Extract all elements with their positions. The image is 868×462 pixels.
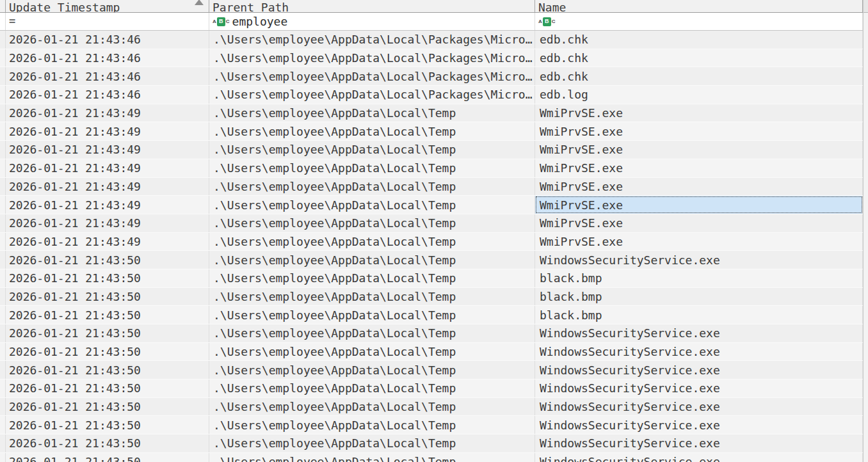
cell-update-timestamp[interactable]: 2026-01-21 21:43:49: [6, 233, 209, 251]
cell-name[interactable]: edb.chk: [535, 31, 863, 49]
cell-name[interactable]: WindowsSecurityService.exe: [535, 324, 863, 342]
table-row[interactable]: 2026-01-21 21:43:49 .\Users\employee\App…: [0, 122, 863, 141]
cell-update-timestamp[interactable]: 2026-01-21 21:43:50: [6, 453, 209, 462]
cell-update-timestamp[interactable]: 2026-01-21 21:43:50: [6, 361, 209, 379]
abc-text-filter-icon[interactable]: A B C: [538, 17, 556, 26]
cell-update-timestamp[interactable]: 2026-01-21 21:43:46: [6, 31, 209, 49]
cell-parent-path[interactable]: .\Users\employee\AppData\Local\Packages\…: [209, 67, 535, 85]
cell-name[interactable]: edb.chk: [535, 49, 863, 67]
column-header-parent-path[interactable]: Parent Path: [209, 0, 535, 12]
cell-parent-path[interactable]: .\Users\employee\AppData\Local\Temp: [209, 434, 535, 452]
cell-name[interactable]: WindowsSecurityService.exe: [535, 379, 863, 397]
cell-update-timestamp[interactable]: 2026-01-21 21:43:50: [6, 343, 209, 361]
table-row[interactable]: 2026-01-21 21:43:50 .\Users\employee\App…: [0, 306, 863, 324]
cell-name[interactable]: WmiPrvSE.exe: [535, 178, 863, 196]
cell-name[interactable]: WindowsSecurityService.exe: [535, 453, 863, 462]
cell-name[interactable]: black.bmp: [535, 269, 863, 287]
column-header-update-timestamp[interactable]: Update Timestamp: [6, 0, 209, 12]
cell-parent-path[interactable]: .\Users\employee\AppData\Local\Packages\…: [209, 31, 535, 49]
filter-cell-update-timestamp[interactable]: =: [6, 13, 209, 30]
cell-name[interactable]: black.bmp: [535, 306, 863, 324]
cell-name[interactable]: WindowsSecurityService.exe: [535, 416, 863, 434]
table-row[interactable]: 2026-01-21 21:43:49 .\Users\employee\App…: [0, 141, 863, 159]
cell-parent-path[interactable]: .\Users\employee\AppData\Local\Temp: [209, 122, 535, 140]
table-row[interactable]: 2026-01-21 21:43:50 .\Users\employee\App…: [0, 269, 863, 288]
cell-update-timestamp[interactable]: 2026-01-21 21:43:49: [6, 178, 209, 196]
table-row[interactable]: 2026-01-21 21:43:46 .\Users\employee\App…: [0, 31, 863, 49]
cell-update-timestamp[interactable]: 2026-01-21 21:43:50: [6, 398, 209, 416]
cell-parent-path[interactable]: .\Users\employee\AppData\Local\Temp: [209, 251, 535, 269]
cell-name[interactable]: WmiPrvSE.exe: [535, 233, 863, 251]
cell-parent-path[interactable]: .\Users\employee\AppData\Local\Packages\…: [209, 49, 535, 67]
table-row[interactable]: 2026-01-21 21:43:50 .\Users\employee\App…: [0, 343, 863, 362]
cell-parent-path[interactable]: .\Users\employee\AppData\Local\Temp: [209, 141, 535, 159]
cell-update-timestamp[interactable]: 2026-01-21 21:43:50: [6, 269, 209, 287]
abc-text-filter-icon[interactable]: A B C: [213, 17, 230, 26]
vertical-scrollbar-track[interactable]: [863, 0, 868, 462]
table-row[interactable]: 2026-01-21 21:43:50 .\Users\employee\App…: [0, 379, 863, 398]
cell-update-timestamp[interactable]: 2026-01-21 21:43:50: [6, 306, 209, 324]
equals-filter-operator-icon[interactable]: =: [9, 16, 15, 27]
cell-parent-path[interactable]: .\Users\employee\AppData\Local\Temp: [209, 159, 535, 177]
table-row[interactable]: 2026-01-21 21:43:50 .\Users\employee\App…: [0, 453, 863, 462]
filter-cell-parent-path[interactable]: A B C employee: [209, 13, 535, 30]
cell-parent-path[interactable]: .\Users\employee\AppData\Local\Temp: [209, 269, 535, 287]
cell-update-timestamp[interactable]: 2026-01-21 21:43:50: [6, 251, 209, 269]
cell-name[interactable]: WindowsSecurityService.exe: [535, 398, 863, 416]
table-row[interactable]: 2026-01-21 21:43:50 .\Users\employee\App…: [0, 251, 863, 269]
table-row[interactable]: 2026-01-21 21:43:50 .\Users\employee\App…: [0, 361, 863, 379]
cell-update-timestamp[interactable]: 2026-01-21 21:43:46: [6, 86, 209, 104]
cell-parent-path[interactable]: .\Users\employee\AppData\Local\Packages\…: [209, 86, 535, 104]
cell-parent-path[interactable]: .\Users\employee\AppData\Local\Temp: [209, 343, 535, 361]
table-row[interactable]: 2026-01-21 21:43:49 .\Users\employee\App…: [0, 178, 863, 196]
table-row[interactable]: 2026-01-21 21:43:50 .\Users\employee\App…: [0, 324, 863, 343]
cell-name[interactable]: WmiPrvSE.exe: [535, 196, 863, 214]
cell-name[interactable]: WindowsSecurityService.exe: [535, 434, 863, 452]
cell-update-timestamp[interactable]: 2026-01-21 21:43:50: [6, 379, 209, 397]
table-row[interactable]: 2026-01-21 21:43:49 .\Users\employee\App…: [0, 233, 863, 251]
cell-update-timestamp[interactable]: 2026-01-21 21:43:49: [6, 196, 209, 214]
table-row[interactable]: 2026-01-21 21:43:50 .\Users\employee\App…: [0, 416, 863, 434]
cell-update-timestamp[interactable]: 2026-01-21 21:43:46: [6, 67, 209, 85]
cell-update-timestamp[interactable]: 2026-01-21 21:43:49: [6, 104, 209, 122]
table-row[interactable]: 2026-01-21 21:43:46 .\Users\employee\App…: [0, 86, 863, 104]
table-row[interactable]: 2026-01-21 21:43:50 .\Users\employee\App…: [0, 434, 863, 453]
cell-name[interactable]: edb.chk: [535, 67, 863, 85]
cell-update-timestamp[interactable]: 2026-01-21 21:43:50: [6, 416, 209, 434]
table-row[interactable]: 2026-01-21 21:43:50 .\Users\employee\App…: [0, 398, 863, 417]
cell-parent-path[interactable]: .\Users\employee\AppData\Local\Temp: [209, 196, 535, 214]
column-header-name[interactable]: Name: [535, 0, 863, 12]
cell-name[interactable]: WmiPrvSE.exe: [535, 214, 863, 232]
cell-update-timestamp[interactable]: 2026-01-21 21:43:49: [6, 214, 209, 232]
cell-parent-path[interactable]: .\Users\employee\AppData\Local\Temp: [209, 288, 535, 306]
cell-name[interactable]: WindowsSecurityService.exe: [535, 343, 863, 361]
cell-parent-path[interactable]: .\Users\employee\AppData\Local\Temp: [209, 416, 535, 434]
cell-parent-path[interactable]: .\Users\employee\AppData\Local\Temp: [209, 214, 535, 232]
cell-name[interactable]: WmiPrvSE.exe: [535, 159, 863, 177]
cell-parent-path[interactable]: .\Users\employee\AppData\Local\Temp: [209, 306, 535, 324]
table-row[interactable]: 2026-01-21 21:43:50 .\Users\employee\App…: [0, 288, 863, 307]
parent-path-filter-value[interactable]: employee: [232, 15, 288, 28]
cell-name[interactable]: WindowsSecurityService.exe: [535, 251, 863, 269]
cell-update-timestamp[interactable]: 2026-01-21 21:43:49: [6, 122, 209, 140]
cell-parent-path[interactable]: .\Users\employee\AppData\Local\Temp: [209, 178, 535, 196]
cell-update-timestamp[interactable]: 2026-01-21 21:43:50: [6, 434, 209, 452]
cell-parent-path[interactable]: .\Users\employee\AppData\Local\Temp: [209, 104, 535, 122]
cell-name[interactable]: WmiPrvSE.exe: [535, 122, 863, 140]
cell-update-timestamp[interactable]: 2026-01-21 21:43:46: [6, 49, 209, 67]
cell-parent-path[interactable]: .\Users\employee\AppData\Local\Temp: [209, 453, 535, 462]
cell-name[interactable]: WmiPrvSE.exe: [535, 141, 863, 159]
cell-parent-path[interactable]: .\Users\employee\AppData\Local\Temp: [209, 233, 535, 251]
cell-update-timestamp[interactable]: 2026-01-21 21:43:50: [6, 288, 209, 306]
cell-name[interactable]: edb.log: [535, 86, 863, 104]
cell-parent-path[interactable]: .\Users\employee\AppData\Local\Temp: [209, 398, 535, 416]
cell-name[interactable]: WmiPrvSE.exe: [535, 104, 863, 122]
table-row[interactable]: 2026-01-21 21:43:49 .\Users\employee\App…: [0, 196, 863, 214]
cell-parent-path[interactable]: .\Users\employee\AppData\Local\Temp: [209, 324, 535, 342]
cell-parent-path[interactable]: .\Users\employee\AppData\Local\Temp: [209, 379, 535, 397]
cell-name[interactable]: WindowsSecurityService.exe: [535, 361, 863, 379]
cell-update-timestamp[interactable]: 2026-01-21 21:43:49: [6, 141, 209, 159]
cell-parent-path[interactable]: .\Users\employee\AppData\Local\Temp: [209, 361, 535, 379]
cell-update-timestamp[interactable]: 2026-01-21 21:43:50: [6, 324, 209, 342]
table-row[interactable]: 2026-01-21 21:43:46 .\Users\employee\App…: [0, 67, 863, 86]
